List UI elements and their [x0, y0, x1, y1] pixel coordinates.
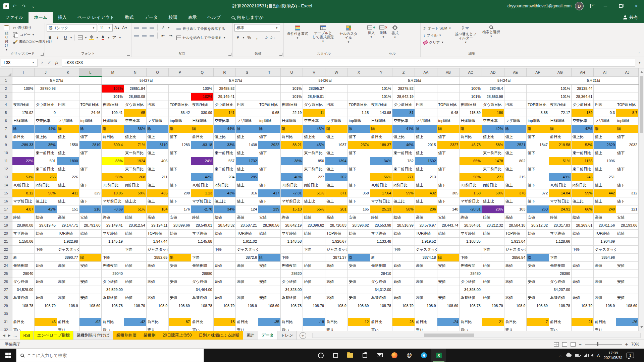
cell-P11[interactable]: [169, 157, 191, 165]
cell-J10[interactable]: 東一前日比: [35, 149, 57, 157]
cell-X7[interactable]: 除: [347, 125, 370, 133]
cell-AJ19[interactable]: 28,193.06: [616, 221, 639, 229]
network-icon[interactable]: [584, 354, 587, 357]
cell-AA30[interactable]: [415, 310, 437, 318]
cell-M26[interactable]: ダウ終値: [102, 278, 124, 286]
row-header-25[interactable]: 25: [0, 269, 12, 278]
scroll-up-icon[interactable]: [640, 71, 643, 73]
cell-K8[interactable]: 値上: [57, 133, 79, 141]
cell-AB21[interactable]: [437, 237, 460, 245]
cell-I14[interactable]: JQ前日比: [12, 181, 35, 189]
cell-AI30[interactable]: [594, 310, 616, 318]
cell-U26[interactable]: ダウ終値: [280, 278, 303, 286]
cell-AG17[interactable]: 24.91: [549, 205, 572, 213]
cell-N13[interactable]: 268: [124, 173, 146, 181]
align-top-button[interactable]: [133, 24, 140, 31]
cell-AE24[interactable]: 高値: [504, 261, 527, 269]
cell-N7[interactable]: 36%: [124, 125, 146, 133]
sheet-more-icon[interactable]: …: [13, 333, 17, 338]
cell-Q19[interactable]: 28,549.01: [191, 221, 214, 229]
row-header-14[interactable]: 14: [0, 181, 12, 189]
cell-Q8[interactable]: 前日比: [191, 133, 214, 141]
cell-Z32[interactable]: [392, 326, 415, 331]
cell-T16[interactable]: 値下: [258, 197, 281, 205]
cell-AA32[interactable]: 売り: [415, 326, 437, 331]
cell-T9[interactable]: 2922: [258, 141, 281, 149]
close-button[interactable]: ×: [629, 0, 644, 12]
cell-L2[interactable]: [79, 84, 102, 93]
avatar[interactable]: D: [575, 2, 584, 10]
cell-AH26[interactable]: 始値: [571, 278, 594, 286]
cell-X25[interactable]: [347, 269, 370, 278]
cell-AI15[interactable]: 442: [594, 189, 616, 197]
cell-AE32[interactable]: 売り: [504, 326, 527, 331]
cell-AE5[interactable]: [504, 109, 527, 117]
cell-AF18[interactable]: 安値: [527, 213, 549, 221]
cell-J26[interactable]: 始値: [35, 278, 57, 286]
cell-U32[interactable]: 買い: [280, 326, 303, 331]
cell-J15[interactable]: 56%: [35, 189, 57, 197]
cell-V24[interactable]: 始値: [303, 261, 325, 269]
cell-AC9[interactable]: 46.78: [460, 141, 482, 149]
excel-taskbar-button[interactable]: X: [431, 349, 446, 362]
cell-AF15[interactable]: 372: [527, 189, 549, 197]
cell-Y23[interactable]: 新: [370, 253, 392, 261]
cell-AC29[interactable]: 108.78: [460, 302, 482, 310]
cell-I29[interactable]: 108.78: [12, 302, 35, 310]
cell-AD31[interactable]: 21: [482, 318, 504, 326]
cell-AJ5[interactable]: 8.7: [616, 109, 639, 117]
cell-T19[interactable]: 28,360.56: [258, 221, 281, 229]
cell-Q2[interactable]: 100%: [191, 84, 214, 93]
cell-AC2[interactable]: 100%: [460, 84, 482, 93]
sheet-tab-エンベロープ指標[interactable]: エンベロープ指標: [34, 331, 73, 340]
cell-AH14[interactable]: jq前日比: [571, 181, 594, 189]
cell-P6[interactable]: top陽除: [169, 117, 191, 125]
cell-AA28[interactable]: 高値: [415, 294, 437, 302]
cell-Y20[interactable]: マザ終値: [370, 229, 392, 237]
cell-AI11[interactable]: 1096: [594, 157, 616, 165]
cell-AD5[interactable]: 186: [482, 109, 504, 117]
cell-W26[interactable]: 高値: [325, 278, 348, 286]
cell-Q22[interactable]: [191, 245, 214, 253]
vertical-scrollbar[interactable]: [639, 68, 644, 331]
cell-AD25[interactable]: [482, 269, 504, 278]
cell-AH12[interactable]: 東二前日比: [571, 165, 594, 173]
cell-R20[interactable]: 始値: [213, 229, 236, 237]
cell-AG5[interactable]: 72.17: [549, 109, 572, 117]
cell-AG4[interactable]: 夜間/日経: [549, 101, 572, 109]
row-header-5[interactable]: 5: [0, 109, 12, 117]
cell-Y16[interactable]: マザ前日比: [370, 197, 392, 205]
row-header-8[interactable]: 8: [0, 133, 12, 141]
cell-M3[interactable]: 101%: [102, 93, 124, 101]
cell-O3[interactable]: [146, 93, 169, 101]
cell-Z16[interactable]: 値上比: [392, 197, 415, 205]
cell-V23[interactable]: [303, 253, 325, 261]
cell-R24[interactable]: 始値: [213, 261, 236, 269]
cell-L11[interactable]: [79, 157, 102, 165]
cell-W7[interactable]: 陽: [325, 125, 348, 133]
cell-AB22[interactable]: [437, 245, 460, 253]
cell-K18[interactable]: 高値: [57, 213, 79, 221]
cell-W13[interactable]: 262: [325, 173, 348, 181]
cell-I6[interactable]: 日経陽除: [12, 117, 35, 125]
cell-N32[interactable]: [124, 326, 146, 331]
font-color-button[interactable]: A: [100, 34, 106, 41]
cell-S24[interactable]: 高値: [236, 261, 258, 269]
column-header-AG[interactable]: AG: [549, 68, 572, 76]
cell-Z18[interactable]: 始値: [392, 213, 415, 221]
cell-R28[interactable]: 始値: [213, 294, 236, 302]
cell-I12[interactable]: [12, 165, 35, 173]
select-all-corner[interactable]: [0, 68, 12, 76]
cell-U22[interactable]: [280, 245, 303, 253]
cell-AJ24[interactable]: 安値: [616, 261, 639, 269]
cell-U16[interactable]: マザ前日比: [280, 197, 303, 205]
cell-Y5[interactable]: -143.98: [370, 109, 392, 117]
cell-U3[interactable]: 101%: [280, 93, 303, 101]
cell-T22[interactable]: [258, 245, 281, 253]
cell-W25[interactable]: [325, 269, 348, 278]
cell-AF31[interactable]: 7: [527, 318, 549, 326]
cell-Y26[interactable]: ダウ終値: [370, 278, 392, 286]
cell-U7[interactable]: 陽: [280, 125, 303, 133]
cell-J23[interactable]: [35, 253, 57, 261]
cell-J13[interactable]: 255: [35, 173, 57, 181]
